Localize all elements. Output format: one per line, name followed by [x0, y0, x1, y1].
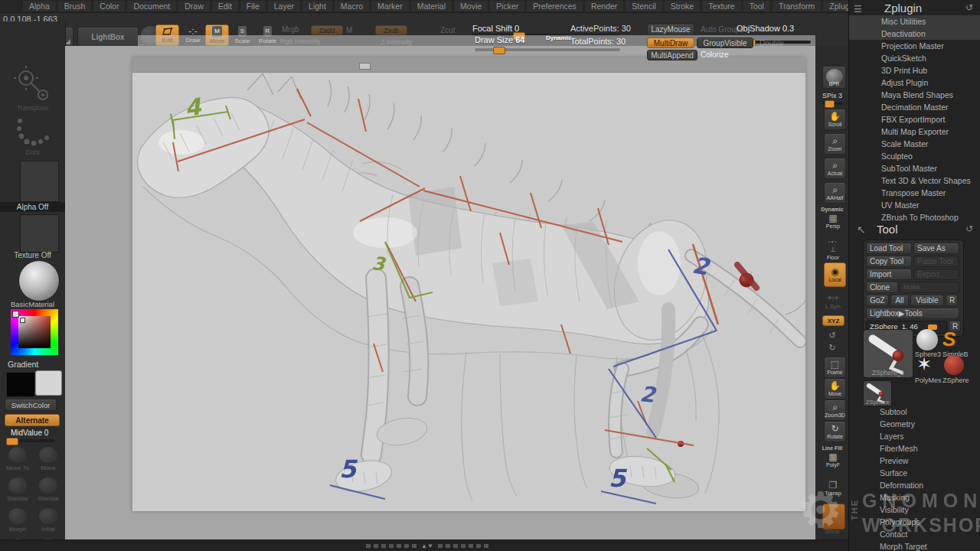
zplugin-menu-item[interactable]: Scale Master: [849, 138, 980, 150]
dynamic-toggle[interactable]: Dynamic: [546, 34, 571, 41]
tool-section-item[interactable]: FiberMesh: [849, 442, 980, 455]
zsphere-tool-thumbnail[interactable]: [944, 355, 964, 375]
goz-r-button[interactable]: R: [946, 295, 958, 306]
goz-all-button[interactable]: All: [890, 295, 909, 306]
sphere3d-thumbnail[interactable]: [916, 329, 938, 350]
menu-item[interactable]: Document: [127, 1, 176, 11]
menu-item[interactable]: Layer: [268, 1, 300, 11]
texture-thumbnail[interactable]: [20, 214, 59, 253]
scroll-button[interactable]: ✋Scroll: [824, 109, 846, 130]
frame-button[interactable]: ⬚Frame: [824, 357, 846, 378]
goz-button[interactable]: GoZ: [866, 295, 889, 306]
mrgb-button[interactable]: Mrgb: [282, 25, 299, 34]
canvas-area[interactable]: 4 3 2 2 5 5: [65, 46, 815, 540]
move-3d-button[interactable]: ✋Move: [824, 378, 846, 399]
m-toggle[interactable]: M: [346, 26, 352, 34]
lightbox-tools-button[interactable]: Lightbox▶Tools: [866, 308, 959, 319]
menu-item[interactable]: Color: [93, 1, 125, 11]
zplugin-menu-item[interactable]: Decimation Master: [849, 101, 980, 113]
zplugin-menu-item[interactable]: QuickSketch: [849, 52, 980, 64]
tool-section-item[interactable]: Surface: [849, 467, 980, 479]
brush-thumbnail[interactable]: Inflat: [33, 508, 64, 533]
menu-item[interactable]: Preferences: [527, 1, 583, 11]
tool-title[interactable]: Tool: [877, 223, 898, 236]
lazymouse-button[interactable]: LazyMouse: [647, 24, 694, 35]
spix-nub[interactable]: [825, 100, 835, 108]
polymesh-star-thumbnail[interactable]: ✶: [916, 354, 932, 375]
focal-shift-slider[interactable]: Focal Shift 0: [472, 24, 519, 33]
menu-item[interactable]: Movie: [454, 1, 488, 11]
menu-item[interactable]: Light: [302, 1, 332, 11]
secondary-color-swatch[interactable]: [35, 370, 62, 396]
menu-item[interactable]: Draw: [178, 1, 210, 11]
goz-visible-button[interactable]: Visible: [910, 295, 944, 306]
double-button[interactable]: Double: [760, 39, 784, 47]
zsub-button[interactable]: Zsub: [375, 25, 407, 35]
tool-section-item[interactable]: Masking: [849, 491, 980, 504]
switch-color-button[interactable]: SwitchColor: [5, 399, 57, 411]
active-tool-thumbnail[interactable]: ZSphere_1: [863, 329, 913, 378]
menu-item[interactable]: Alpha: [23, 1, 56, 11]
zplugin-menu-item[interactable]: Transpose Master: [849, 187, 980, 199]
zplugin-menu-item[interactable]: Maya Blend Shapes: [849, 89, 980, 101]
tool-section-item[interactable]: Geometry: [849, 418, 980, 430]
brush-thumbnail[interactable]: Move To: [2, 447, 33, 471]
document[interactable]: 4 3 2 2 5 5: [132, 57, 805, 511]
zplugin-title[interactable]: Zplugin: [884, 2, 922, 15]
recent-tool-thumbnail[interactable]: ZSphere: [863, 380, 892, 406]
aahalf-button[interactable]: ⌕AAHalf: [824, 182, 846, 204]
zplugin-menu-item[interactable]: Multi Map Exporter: [849, 126, 980, 138]
draw-size-nub[interactable]: [493, 47, 505, 54]
rotate-ccw-icon[interactable]: ↺: [816, 331, 848, 341]
objshadow-slider[interactable]: ObjShadow 0.3: [737, 24, 794, 33]
zoom-button[interactable]: ⌕Zoom: [824, 133, 846, 155]
rotate-3d-button[interactable]: ↻Rotate: [824, 421, 846, 442]
draw-size-slider[interactable]: Draw Size 64: [475, 35, 524, 44]
load-tool-button[interactable]: Load Tool: [866, 243, 912, 254]
local-button[interactable]: ◉Local: [824, 262, 846, 287]
spix-track[interactable]: [822, 102, 843, 105]
zplugin-menu-item[interactable]: UV Master: [849, 199, 980, 211]
floor-button[interactable]: ⊥Floor: [822, 245, 844, 260]
tool-restore-icon[interactable]: ↺: [965, 223, 973, 234]
alternate-button[interactable]: Alternate: [5, 414, 60, 426]
zplugin-menu-item[interactable]: 3D Print Hub: [849, 64, 980, 77]
zplugin-restore-icon[interactable]: ↺: [965, 2, 973, 13]
tool-section-item[interactable]: Contact: [849, 528, 980, 540]
zplugin-menu-item[interactable]: ZBrush To Photoshop: [849, 211, 980, 223]
zplugin-menu-item[interactable]: Adjust Plugin: [849, 77, 980, 89]
import-button[interactable]: Import: [866, 269, 912, 280]
brush-thumbnail[interactable]: Standar: [2, 478, 33, 502]
transp-button[interactable]: ❐Transp: [824, 481, 842, 496]
draw-size-track[interactable]: [475, 48, 620, 51]
copy-tool-button[interactable]: Copy Tool: [866, 256, 912, 267]
tool-section-item[interactable]: Preview: [849, 455, 980, 467]
menu-item[interactable]: Stroke: [665, 1, 700, 11]
multidraw-button[interactable]: MultiDraw: [647, 37, 694, 48]
brush-thumbnail[interactable]: Morph: [2, 508, 33, 533]
tool-section-item[interactable]: Subtool: [849, 406, 980, 418]
main-color-swatch[interactable]: [6, 372, 35, 397]
menu-item[interactable]: Transform: [773, 1, 821, 11]
menu-item[interactable]: File: [240, 1, 266, 11]
zplugin-menu-item[interactable]: Projection Master: [849, 40, 980, 52]
groupvisible-button[interactable]: GroupVisible: [697, 37, 753, 48]
zplugin-menu-item[interactable]: FBX ExportImport: [849, 113, 980, 126]
lsym-button[interactable]: ✛|✛L.Sym: [822, 294, 844, 309]
material-thumbnail[interactable]: [18, 260, 60, 302]
sculpt-viewport[interactable]: 4 3 2 2 5 5: [132, 72, 805, 511]
xyz-button[interactable]: XYZ: [822, 315, 844, 326]
menu-item[interactable]: Render: [585, 1, 623, 11]
menu-item[interactable]: Material: [411, 1, 452, 11]
alpha-thumbnail[interactable]: [20, 161, 59, 202]
save-as-button[interactable]: Save As: [913, 243, 959, 254]
persp-button[interactable]: ▦Persp: [824, 214, 842, 229]
zadd-button[interactable]: Zadd: [311, 25, 343, 35]
menu-item[interactable]: Picker: [490, 1, 524, 11]
tool-section-item[interactable]: Deformation: [849, 479, 980, 491]
zplugin-menu-item[interactable]: SubTool Master: [849, 162, 980, 174]
menu-item[interactable]: Edit: [212, 1, 238, 11]
ghost-button[interactable]: [822, 504, 845, 530]
zoom3d-button[interactable]: ⌕Zoom3D: [824, 399, 846, 421]
menu-item[interactable]: Macro: [335, 1, 369, 11]
